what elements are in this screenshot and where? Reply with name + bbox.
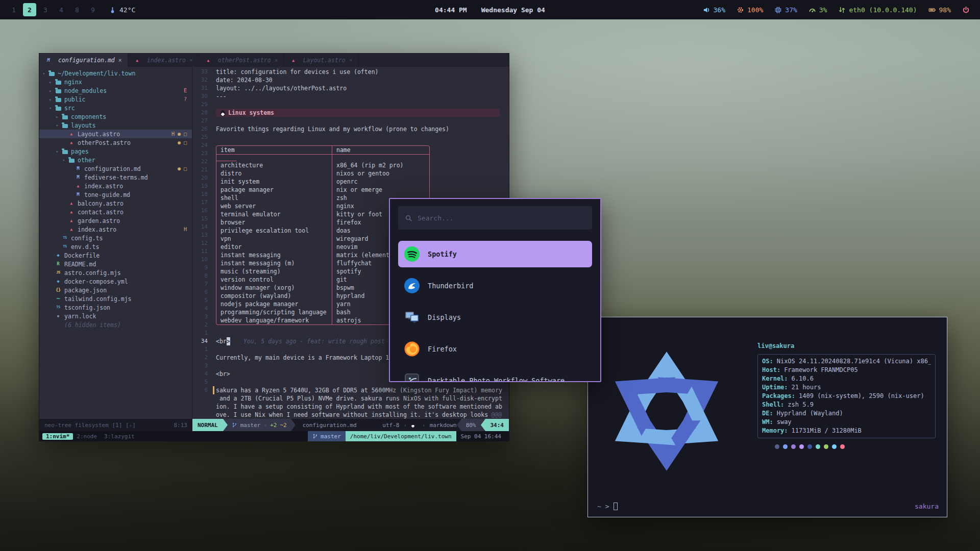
workspace-button[interactable]: 8 <box>70 3 84 16</box>
tree-item[interactable]: Dockerfile <box>39 251 192 260</box>
search-icon <box>405 214 412 222</box>
file-name: node_modules <box>64 87 107 94</box>
tree-item[interactable]: (6 hidden items) <box>39 320 192 329</box>
tab-close-icon[interactable]: × <box>349 57 353 64</box>
tree-item[interactable]: docker-compose.yml <box>39 277 192 286</box>
fetch-field-value: Hyprland (Wayland) <box>777 409 843 418</box>
tmux-window-tab[interactable]: 3:lazygit <box>101 433 138 440</box>
editor-line[interactable]: 27 <box>192 117 509 125</box>
tree-item[interactable]: public ? <box>39 95 192 104</box>
module-icon <box>703 6 710 14</box>
tree-item[interactable]: tsconfig.json <box>39 303 192 312</box>
tree-item[interactable]: README.md <box>39 260 192 268</box>
tree-item[interactable]: components <box>39 112 192 121</box>
temperature-module[interactable]: 42°C <box>109 6 135 14</box>
editor-line[interactable]: 26 Favorite things regarding Linux and m… <box>192 125 509 133</box>
bar-module[interactable]: 98% <box>928 6 951 14</box>
bar-module[interactable] <box>962 6 973 14</box>
editor-line[interactable]: and a 2TB (Crucial P5 Plus) NVMe drive. … <box>192 394 509 403</box>
terminal-window[interactable]: liv@sakura OS: NixOS 24.11.20240828.71e9… <box>587 317 947 517</box>
tmux-window-tab[interactable]: 2:node <box>73 433 101 440</box>
launcher-entry[interactable]: Firefox <box>398 336 592 362</box>
bar-module[interactable]: eth0 (10.0.0.140) <box>838 6 917 14</box>
file-icon <box>55 79 62 85</box>
app-launcher[interactable]: Spotify Thunderbird Displays Firefox Dar… <box>389 198 601 382</box>
line-text: layout: ../../layouts/otherPost.astro <box>216 84 347 92</box>
tmux-datetime: Sep 04 16:44 <box>456 431 506 441</box>
expander-icon <box>42 71 48 76</box>
tree-item[interactable]: balcony.astro <box>39 199 192 208</box>
line-number: 29 <box>192 101 213 109</box>
editor-line[interactable]: ion. I have a setup consisting of Hyprla… <box>192 403 509 411</box>
file-name: tailwind.config.mjs <box>64 295 132 303</box>
file-icon <box>61 235 68 241</box>
tree-item[interactable]: node_modules E <box>39 86 192 95</box>
tree-item[interactable]: Layout.astro H ● □ <box>39 130 192 138</box>
tab-close-icon[interactable]: × <box>275 57 278 64</box>
table-row[interactable]: architecture x86_64 (rip m2 pro) <box>216 161 429 169</box>
tree-item[interactable]: other <box>39 156 192 164</box>
editor-line[interactable]: 28 Linux systems <box>192 109 509 117</box>
bar-module[interactable]: 36% <box>703 6 725 14</box>
launcher-search[interactable] <box>398 206 592 230</box>
editor-line[interactable]: 33 title: configuration for devices i us… <box>192 68 509 76</box>
bar-module[interactable]: 100% <box>737 6 763 14</box>
table-row[interactable]: distro nixos or gentoo <box>216 169 429 178</box>
tree-item[interactable]: otherPost.astro ● □ <box>39 138 192 147</box>
tree-item[interactable]: garden.astro <box>39 216 192 225</box>
editor-line[interactable]: 29 <box>192 101 509 109</box>
workspace-button[interactable]: 3 <box>39 3 52 16</box>
line-number: 5 <box>192 296 213 305</box>
buffer-tab[interactable]: configuration.md × <box>39 54 128 67</box>
editor-line[interactable]: 31 layout: ../../layouts/otherPost.astro <box>192 84 509 92</box>
tree-item[interactable]: env.d.ts <box>39 242 192 251</box>
file-name: index.astro <box>84 183 123 190</box>
bar-module[interactable]: 37% <box>774 6 797 14</box>
tab-close-icon[interactable]: × <box>118 57 122 64</box>
tree-item[interactable]: configuration.md ● □ <box>39 164 192 173</box>
tree-item[interactable]: layouts <box>39 121 192 130</box>
tmux-window-tab[interactable]: 1:nvim* <box>42 433 73 440</box>
workspace-button[interactable]: 1 <box>7 3 20 16</box>
buffer-tab[interactable]: Layout.astro × <box>284 54 359 67</box>
tree-item[interactable]: index.astro <box>39 182 192 190</box>
tree-item[interactable]: index.astro H <box>39 225 192 234</box>
table-row[interactable]: init system openrc <box>216 178 429 186</box>
buffer-tab[interactable]: index.astro × <box>128 54 199 67</box>
launcher-entry[interactable]: Thunderbird <box>398 272 592 299</box>
editor-line[interactable]: 25 <box>192 133 509 141</box>
editor-line[interactable]: 30 --- <box>192 92 509 101</box>
buffer-tab[interactable]: otherPost.astro × <box>199 54 284 67</box>
tree-item[interactable]: ~/Development/liv.town <box>39 69 192 78</box>
search-input[interactable] <box>418 214 585 222</box>
shell-prompt[interactable]: ~ > <box>597 503 618 510</box>
app-name: Thunderbird <box>428 282 473 290</box>
tree-item[interactable]: package.json <box>39 286 192 294</box>
editor-line[interactable]: 6 sakura has a Ryzen 5 7640U, 32GB of DD… <box>192 386 509 394</box>
tree-item[interactable]: yarn.lock <box>39 312 192 320</box>
editor-line[interactable]: ove. I use Nix when I need software with… <box>192 411 509 419</box>
tree-item[interactable]: fediverse-terms.md <box>39 173 192 182</box>
editor-line[interactable]: 32 date: 2024-08-30 <box>192 76 509 84</box>
workspace-button[interactable]: 9 <box>86 3 100 16</box>
launcher-entry[interactable]: Displays <box>398 304 592 331</box>
tree-item[interactable]: contact.astro <box>39 208 192 216</box>
tree-item[interactable]: tailwind.config.mjs <box>39 294 192 303</box>
launcher-entry[interactable]: Spotify <box>398 241 592 267</box>
workspace-button[interactable]: 4 <box>55 3 68 16</box>
tree-item[interactable]: tone-guide.md <box>39 190 192 199</box>
tree-item[interactable]: config.ts <box>39 234 192 242</box>
fetch-field-label: Uptime: <box>762 383 788 392</box>
scroll-percent: 80% <box>461 419 481 431</box>
palette-dot <box>832 444 837 449</box>
tab-close-icon[interactable]: × <box>189 57 193 64</box>
workspace-button[interactable]: 2 <box>23 3 36 16</box>
launcher-entry[interactable]: Darktable Photo Workflow Software <box>398 367 592 382</box>
table-row[interactable]: package manager nix or emerge <box>216 186 429 194</box>
tree-item[interactable]: src <box>39 104 192 112</box>
tree-item[interactable]: nginx <box>39 78 192 86</box>
tree-item[interactable]: pages <box>39 147 192 156</box>
bar-module[interactable]: 3% <box>808 6 827 14</box>
tree-item[interactable]: astro.config.mjs <box>39 268 192 277</box>
module-icon <box>838 6 846 14</box>
